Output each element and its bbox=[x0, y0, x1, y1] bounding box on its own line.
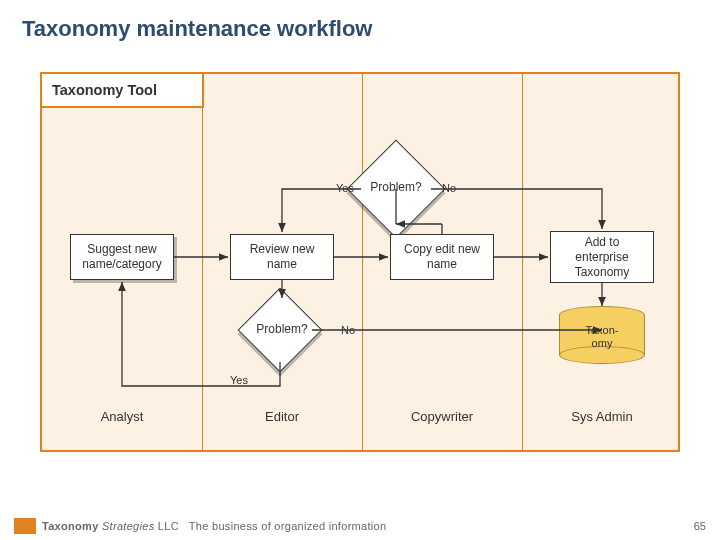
datastore-label: Taxon- omy bbox=[559, 324, 645, 349]
slide: Taxonomy maintenance workflow Taxonomy T… bbox=[0, 0, 720, 540]
brand-swatch bbox=[14, 518, 36, 534]
datastore-taxonomy: Taxon- omy bbox=[559, 306, 645, 364]
footer: Taxonomy Strategies LLC The business of … bbox=[0, 518, 720, 534]
swimlane-canvas: Taxonomy Tool Problem? Yes No Suggest ne… bbox=[40, 72, 680, 452]
process-add: Add to enterprise Taxonomy bbox=[550, 231, 654, 283]
role-sysadmin: Sys Admin bbox=[522, 409, 682, 424]
role-copywriter: Copywriter bbox=[362, 409, 522, 424]
lane-separator bbox=[202, 74, 203, 450]
process-copyedit: Copy edit new name bbox=[390, 234, 494, 280]
branch-label-yes: Yes bbox=[230, 374, 248, 386]
page-number: 65 bbox=[694, 520, 706, 532]
branch-label-yes: Yes bbox=[336, 182, 354, 194]
decision-label: Problem? bbox=[232, 322, 332, 336]
footer-brand: Taxonomy Strategies LLC The business of … bbox=[42, 520, 386, 532]
brand-em: Strategies bbox=[102, 520, 155, 532]
lane-title: Taxonomy Tool bbox=[40, 72, 204, 108]
lane-separator bbox=[522, 74, 523, 450]
page-title: Taxonomy maintenance workflow bbox=[22, 16, 372, 42]
process-review: Review new name bbox=[230, 234, 334, 280]
brand-suffix: LLC bbox=[158, 520, 179, 532]
footer-tagline: The business of organized information bbox=[189, 520, 387, 532]
lane-separator bbox=[362, 74, 363, 450]
branch-label-no: No bbox=[341, 324, 355, 336]
role-editor: Editor bbox=[202, 409, 362, 424]
role-analyst: Analyst bbox=[42, 409, 202, 424]
footer-left: Taxonomy Strategies LLC The business of … bbox=[14, 518, 386, 534]
process-suggest: Suggest new name/category bbox=[70, 234, 174, 280]
branch-label-no: No bbox=[442, 182, 456, 194]
brand-strong: Taxonomy bbox=[42, 520, 99, 532]
decision-label: Problem? bbox=[346, 180, 446, 194]
